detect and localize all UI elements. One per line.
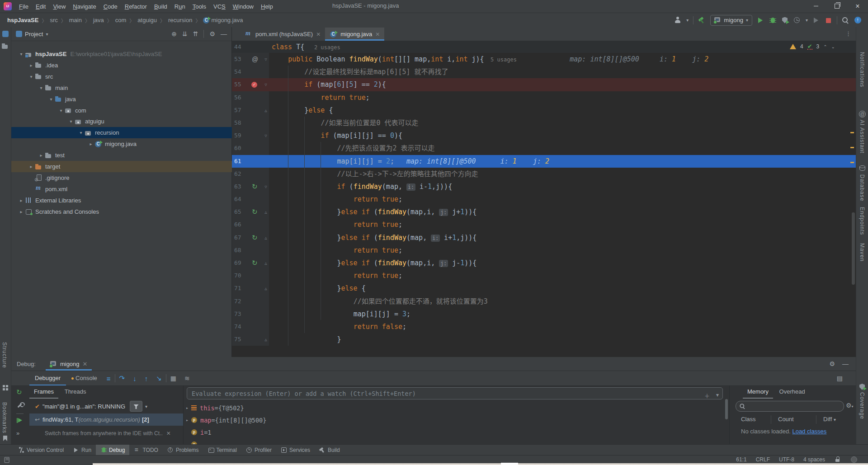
editor-scrollbar[interactable] [852, 212, 855, 285]
breadcrumb-file[interactable]: migong.java [210, 17, 244, 23]
code-line-54[interactable]: 54 //设定最终找到坐标是map[6][5] 就不再找了 [232, 66, 856, 78]
profiler-button[interactable] [793, 17, 801, 24]
tool-button-maven[interactable]: Maven [859, 243, 865, 262]
menu-view[interactable]: View [49, 3, 69, 10]
user-icon[interactable] [674, 17, 682, 24]
gear-icon[interactable]: ⚙ [209, 30, 215, 38]
code-text[interactable]: return true; [269, 269, 402, 282]
tool-window-button-build[interactable]: Build [315, 445, 344, 456]
line-number[interactable]: 70 [232, 269, 250, 282]
ide-update-icon[interactable] [854, 17, 862, 24]
status-panel-icon[interactable] [4, 456, 11, 463]
menu-window[interactable]: Window [229, 3, 257, 10]
debug-session-tab[interactable]: migong ✕ [46, 357, 92, 371]
memory-search-input[interactable] [736, 401, 844, 412]
tab-overhead[interactable]: Overhead [775, 385, 810, 399]
settings-wrench-icon[interactable] [16, 402, 24, 409]
tree-item-pomxml[interactable]: pom.xml [11, 183, 248, 195]
coverage-shield-icon[interactable] [859, 383, 866, 390]
tree-item-main[interactable]: ▾main [11, 82, 258, 94]
editor-tab-pomxml[interactable]: pom.xml (hspJavaSE)✕ [240, 28, 325, 41]
line-number[interactable]: 53 [232, 53, 250, 66]
recursive-call-icon[interactable]: ↻ [252, 206, 258, 218]
close-icon[interactable]: ✕ [316, 31, 321, 38]
code-text[interactable]: //先把该点设置为2 表示可以走 [269, 142, 435, 155]
tool-window-button-problems[interactable]: Problems [163, 445, 203, 456]
tree-item-target[interactable]: ▸target [11, 161, 248, 172]
evaluate-expression-icon[interactable]: ▦ [166, 375, 180, 382]
menu-vcs[interactable]: VCS [210, 3, 229, 10]
code-text[interactable]: return false; [269, 320, 406, 333]
stop-button[interactable] [825, 17, 832, 24]
tree-expanded-arrow-icon[interactable]: ▾ [47, 97, 55, 102]
tab-options-icon[interactable]: ⋮ [845, 30, 851, 37]
prev-issue-icon[interactable]: ⌃ [823, 44, 827, 49]
column-class[interactable]: Class [741, 416, 756, 423]
tool-window-button-terminal[interactable]: Terminal [203, 445, 241, 456]
column-diff[interactable]: Diff ▾ [823, 416, 836, 423]
search-everywhere-icon[interactable] [842, 17, 849, 24]
code-text[interactable]: if (findWay(map, i: i-1,j)){ [269, 180, 452, 193]
breadcrumb-item[interactable]: main [68, 17, 83, 23]
code-line-60[interactable]: 60 //先把该点设置为2 表示可以走 [232, 142, 856, 155]
evaluate-expression-input[interactable]: Evaluate expression (Enter) or add a wat… [187, 387, 723, 399]
code-line-75[interactable]: 75▵ } [232, 333, 856, 346]
hide-panel-icon[interactable]: — [842, 360, 849, 367]
code-text[interactable]: //设定最终找到坐标是map[6][5] 就不再找了 [269, 66, 448, 78]
line-number[interactable]: 68 [232, 244, 250, 257]
tree-expanded-arrow-icon[interactable]: ▾ [67, 119, 75, 124]
breakpoint-icon[interactable]: ✓ [251, 82, 257, 88]
menu-run[interactable]: Run [171, 3, 189, 10]
error-stripe-mark[interactable] [850, 132, 854, 133]
code-text[interactable]: return true; [269, 244, 402, 257]
code-line-57[interactable]: 57▵ }else { [232, 104, 856, 117]
recursive-call-icon[interactable]: ↻ [252, 231, 258, 244]
profiler-chevron-down-icon[interactable]: ▾ [806, 18, 808, 23]
menu-help[interactable]: Help [257, 3, 277, 10]
code-line-70[interactable]: 70 return true; [232, 269, 856, 282]
build-hammer-icon[interactable] [698, 17, 706, 24]
breadcrumb-item[interactable]: recursion [167, 17, 193, 23]
code-line-62[interactable]: 62 //以上->右->下->左的策略往其他四个方向走 [232, 168, 856, 180]
tool-window-button-services[interactable]: Services [276, 445, 315, 456]
project-chevron-down-icon[interactable]: ▾ [46, 32, 48, 37]
code-line-55[interactable]: 55✓▿ if (map[6][5] == 2){ [232, 78, 856, 91]
code-line-58[interactable]: 58 //如果当前位置是0 代表可以走 [232, 117, 856, 129]
line-number[interactable]: 74 [232, 320, 250, 333]
restore-button[interactable] [826, 0, 847, 12]
line-number[interactable]: 59 [232, 129, 250, 142]
tool-window-button-run[interactable]: Run [68, 445, 96, 456]
close-button[interactable]: × [847, 0, 868, 12]
line-number[interactable]: 58 [232, 117, 250, 129]
code-text[interactable]: }else if (findWay(map,i, j: j+1)){ [269, 206, 476, 218]
user-chevron-down-icon[interactable]: ▾ [686, 18, 689, 23]
code-line-68[interactable]: 68 return true; [232, 244, 856, 257]
step-over-icon[interactable]: ↷ [115, 374, 129, 382]
breadcrumb-item[interactable]: java [92, 17, 105, 23]
load-classes-link[interactable]: Load classes [792, 428, 826, 435]
resume-program-icon[interactable] [16, 417, 24, 424]
tree-collapsed-arrow-icon[interactable]: ▸ [28, 63, 35, 68]
run-configuration-select[interactable]: migong ▾ [710, 15, 752, 26]
step-out-icon[interactable]: ↑ [141, 375, 152, 382]
tree-item-test[interactable]: ▸test [11, 150, 258, 161]
line-number[interactable]: 71 [232, 282, 250, 295]
tool-button-ai-assistant[interactable]: AI Assistant [859, 120, 865, 154]
code-line-71[interactable]: 71▵ }else { [232, 282, 856, 295]
tool-button-structure[interactable]: Structure [1, 342, 8, 368]
thread-selector[interactable]: ✔ "main"@1 in g...ain": RUNNING ▾ [29, 400, 183, 413]
code-text[interactable]: }else { [269, 282, 366, 295]
breadcrumb-item[interactable]: com [114, 17, 127, 23]
lock-icon[interactable] [834, 456, 842, 463]
code-text[interactable]: if (map[i][j] == 0){ [269, 129, 402, 142]
code-line-59[interactable]: 59▿ if (map[i][j] == 0){ [232, 129, 856, 142]
code-line-65[interactable]: 65↻▵ }else if (findWay(map,i, j: j+1)){ [232, 206, 856, 218]
code-line-67[interactable]: 67↻▵ }else if (findWay(map, i: i+1,j)){ [232, 231, 856, 244]
line-number[interactable]: 65 [232, 206, 250, 218]
menu-edit[interactable]: Edit [32, 3, 49, 10]
tree-item-idea[interactable]: ▸.idea [11, 60, 248, 71]
breadcrumb-item[interactable]: src [49, 17, 58, 23]
status-item[interactable]: 4 spaces [803, 456, 825, 463]
code-text[interactable]: //如果当前位置是0 代表可以走 [269, 117, 419, 129]
tool-button-database[interactable]: Database [859, 174, 865, 201]
